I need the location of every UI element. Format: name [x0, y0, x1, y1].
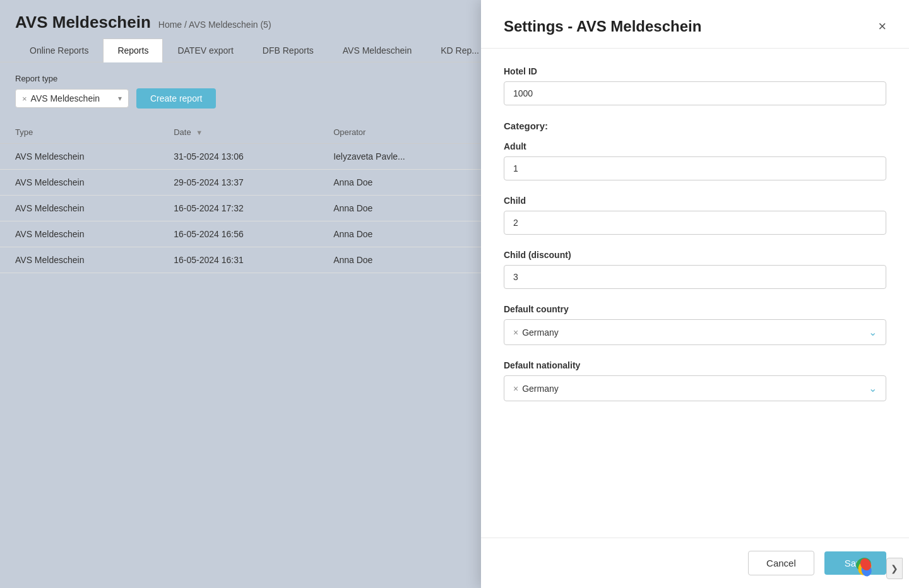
- table-row: AVS Meldeschein 29-05-2024 13:37 Anna Do…: [0, 170, 481, 196]
- child-discount-group: Child (discount): [504, 250, 886, 289]
- cell-operator: Ielyzaveta Pavle...: [318, 144, 481, 170]
- default-country-label: Default country: [504, 304, 886, 314]
- child-input[interactable]: [504, 211, 886, 235]
- tab-online-reports[interactable]: Online Reports: [15, 38, 103, 62]
- report-type-select[interactable]: × AVS Meldeschein ▾: [15, 89, 129, 108]
- table-row: AVS Meldeschein 16-05-2024 16:56 Anna Do…: [0, 221, 481, 247]
- hotel-id-label: Hotel ID: [504, 66, 886, 76]
- reports-table-container: Type Date ▼ Operator AVS Meldeschein 31-…: [0, 115, 481, 279]
- modal-body: Hotel ID Category: Adult Child Child (di…: [481, 49, 909, 538]
- modal-title: Settings - AVS Meldeschein: [504, 18, 701, 35]
- report-type-value: AVS Meldeschein: [31, 93, 100, 103]
- table-row: AVS Meldeschein 16-05-2024 17:32 Anna Do…: [0, 196, 481, 221]
- cell-operator: Anna Doe: [318, 247, 481, 273]
- report-type-controls: × AVS Meldeschein ▾ Create report: [15, 88, 466, 109]
- date-sort-icon: ▼: [196, 129, 203, 136]
- child-label: Child: [504, 196, 886, 206]
- background-panel: AVS Meldeschein Home / AVS Meldeschein (…: [0, 0, 481, 588]
- default-nationality-label: Default nationality: [504, 360, 886, 370]
- breadcrumb: Home / AVS Meldeschein (5): [158, 20, 271, 30]
- hotel-id-group: Hotel ID: [504, 66, 886, 105]
- default-nationality-clear-icon[interactable]: ×: [513, 384, 518, 394]
- cell-operator: Anna Doe: [318, 170, 481, 196]
- category-group: Category: Adult Child Child (discount): [504, 121, 886, 289]
- modal-footer: Cancel Save ❯: [481, 538, 909, 588]
- hotel-id-input[interactable]: [504, 81, 886, 105]
- modal-header: Settings - AVS Meldeschein ×: [481, 0, 909, 49]
- report-type-chevron-icon: ▾: [118, 94, 122, 103]
- default-country-clear-icon[interactable]: ×: [513, 327, 518, 338]
- tab-dfb-reports[interactable]: DFB Reports: [248, 38, 328, 62]
- cell-date: 16-05-2024 16:31: [158, 247, 318, 273]
- adult-label: Adult: [504, 141, 886, 151]
- cell-operator: Anna Doe: [318, 196, 481, 221]
- default-nationality-select[interactable]: × Germany ⌄: [504, 375, 886, 401]
- default-country-value: Germany: [522, 327, 869, 338]
- adult-group: Adult: [504, 141, 886, 180]
- report-type-clear-icon[interactable]: ×: [22, 94, 27, 103]
- child-discount-label: Child (discount): [504, 250, 886, 260]
- adult-input[interactable]: [504, 156, 886, 180]
- col-operator: Operator: [318, 121, 481, 144]
- cell-date: 31-05-2024 13:06: [158, 144, 318, 170]
- leaf-logo: [853, 556, 876, 579]
- tab-avs-meldeschein[interactable]: AVS Meldeschein: [328, 38, 426, 62]
- cell-type: AVS Meldeschein: [0, 144, 158, 170]
- cell-type: AVS Meldeschein: [0, 170, 158, 196]
- default-country-group: Default country × Germany ⌄: [504, 304, 886, 345]
- cell-date: 29-05-2024 13:37: [158, 170, 318, 196]
- child-discount-input[interactable]: [504, 265, 886, 289]
- default-country-chevron-icon: ⌄: [869, 326, 877, 338]
- report-type-section: Report type × AVS Meldeschein ▾ Create r…: [0, 62, 481, 115]
- tabs-bar: Online Reports Reports DATEV export DFB …: [0, 38, 481, 62]
- breadcrumb-current: AVS Meldeschein (5): [189, 20, 271, 30]
- cell-date: 16-05-2024 16:56: [158, 221, 318, 247]
- col-date[interactable]: Date ▼: [158, 121, 318, 144]
- table-row: AVS Meldeschein 16-05-2024 16:31 Anna Do…: [0, 247, 481, 273]
- table-row: AVS Meldeschein 31-05-2024 13:06 Ielyzav…: [0, 144, 481, 170]
- page-header: AVS Meldeschein Home / AVS Meldeschein (…: [0, 0, 481, 38]
- table-header-row: Type Date ▼ Operator: [0, 121, 481, 144]
- reports-table: Type Date ▼ Operator AVS Meldeschein 31-…: [0, 121, 481, 273]
- sidebar-toggle-button[interactable]: ❯: [886, 558, 903, 579]
- tab-reports[interactable]: Reports: [103, 38, 163, 62]
- default-nationality-chevron-icon: ⌄: [869, 382, 877, 394]
- page-title: AVS Meldeschein: [15, 13, 151, 32]
- settings-modal: Settings - AVS Meldeschein × Hotel ID Ca…: [481, 0, 909, 588]
- child-group: Child: [504, 196, 886, 235]
- default-country-select[interactable]: × Germany ⌄: [504, 319, 886, 345]
- default-nationality-value: Germany: [522, 384, 869, 394]
- modal-close-button[interactable]: ×: [878, 20, 886, 33]
- cell-date: 16-05-2024 17:32: [158, 196, 318, 221]
- cell-type: AVS Meldeschein: [0, 247, 158, 273]
- cancel-button[interactable]: Cancel: [748, 551, 814, 575]
- cell-type: AVS Meldeschein: [0, 196, 158, 221]
- breadcrumb-home[interactable]: Home: [158, 20, 182, 30]
- col-type: Type: [0, 121, 158, 144]
- default-nationality-group: Default nationality × Germany ⌄: [504, 360, 886, 401]
- create-report-button[interactable]: Create report: [136, 88, 216, 109]
- category-label: Category:: [504, 121, 886, 131]
- tab-datev-export[interactable]: DATEV export: [163, 38, 247, 62]
- report-type-label: Report type: [15, 74, 466, 83]
- cell-type: AVS Meldeschein: [0, 221, 158, 247]
- breadcrumb-separator: /: [184, 20, 187, 30]
- cell-operator: Anna Doe: [318, 221, 481, 247]
